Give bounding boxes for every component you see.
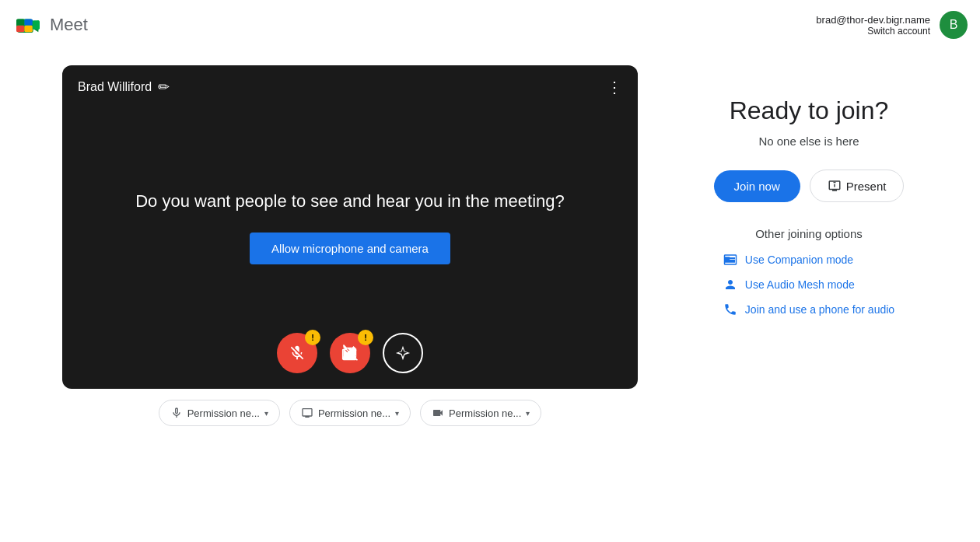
screen-permission-chevron: ▾ <box>395 409 399 418</box>
camera-off-icon <box>341 344 359 362</box>
audio-mesh-label: Use Audio Mesh mode <box>745 278 855 291</box>
avatar[interactable]: B <box>940 11 968 39</box>
camera-permission-icon <box>432 407 444 419</box>
svg-rect-2 <box>24 19 32 26</box>
video-center: Do you want people to see and hear you i… <box>120 190 580 264</box>
allow-microphone-camera-button[interactable]: Allow microphone and camera <box>250 233 450 264</box>
mic-off-icon <box>289 344 306 362</box>
mute-mic-button[interactable]: ! <box>277 333 317 373</box>
switch-account-link[interactable]: Switch account <box>816 26 930 37</box>
video-user-name-area: Brad Williford ✏ <box>78 79 170 96</box>
logo-area: Meet <box>12 9 88 40</box>
svg-rect-5 <box>33 20 40 30</box>
present-button[interactable]: Present <box>810 170 905 202</box>
camera-permission-chevron: ▾ <box>526 409 530 418</box>
phone-audio-label: Join and use a phone for audio <box>745 303 894 316</box>
phone-audio-icon <box>723 302 737 316</box>
permission-toolbar: Permission ne... ▾ Permission ne... ▾ Pe… <box>159 400 542 426</box>
mic-permission-button[interactable]: Permission ne... ▾ <box>159 400 280 426</box>
other-options-title: Other joining options <box>755 227 863 240</box>
camera-permission-button[interactable]: Permission ne... ▾ <box>420 400 541 426</box>
mic-permission-label: Permission ne... <box>187 407 260 419</box>
camera-permission-label: Permission ne... <box>449 407 521 419</box>
effects-button[interactable] <box>383 333 423 373</box>
app-header: Meet brad@thor-dev.bigr.name Switch acco… <box>0 0 980 50</box>
edit-name-icon[interactable]: ✏ <box>158 79 170 96</box>
present-label: Present <box>846 180 887 193</box>
video-header: Brad Williford ✏ ⋮ <box>62 65 638 109</box>
account-area: brad@thor-dev.bigr.name Switch account B <box>816 11 968 39</box>
app-name: Meet <box>50 15 88 35</box>
ready-to-join-title: Ready to join? <box>730 96 889 125</box>
join-options: Join now Present <box>714 170 905 202</box>
video-question-text: Do you want people to see and hear you i… <box>120 190 580 214</box>
sparkle-icon <box>394 344 411 362</box>
account-email: brad@thor-dev.bigr.name <box>816 14 930 26</box>
mic-permission-chevron: ▾ <box>264 409 268 418</box>
companion-mode-label: Use Companion mode <box>745 254 853 266</box>
camera-warning-badge: ! <box>358 330 373 345</box>
no-one-text: No one else is here <box>758 135 859 148</box>
main-content: Brad Williford ✏ ⋮ Do you want people to… <box>0 50 980 442</box>
screen-permission-label: Permission ne... <box>318 407 390 419</box>
phone-audio-option[interactable]: Join and use a phone for audio <box>723 302 894 316</box>
svg-rect-1 <box>16 19 24 26</box>
video-controls: ! ! <box>62 333 638 373</box>
join-now-button[interactable]: Join now <box>714 170 800 202</box>
account-info: brad@thor-dev.bigr.name Switch account <box>816 14 930 37</box>
screen-permission-icon <box>301 407 313 419</box>
svg-rect-4 <box>24 26 32 32</box>
video-more-menu-icon[interactable]: ⋮ <box>607 78 622 96</box>
audio-mesh-option[interactable]: Use Audio Mesh mode <box>723 278 855 292</box>
other-options-list: Use Companion mode Use Audio Mesh mode J… <box>723 253 894 316</box>
video-user-name: Brad Williford <box>78 80 152 94</box>
svg-rect-3 <box>16 26 24 32</box>
video-section: Brad Williford ✏ ⋮ Do you want people to… <box>62 65 638 426</box>
present-icon <box>828 179 842 193</box>
mic-warning-badge: ! <box>305 330 320 345</box>
screen-permission-button[interactable]: Permission ne... ▾ <box>289 400 411 426</box>
meet-logo-icon <box>12 9 44 40</box>
video-preview: Brad Williford ✏ ⋮ Do you want people to… <box>62 65 638 389</box>
companion-mode-icon <box>723 253 737 267</box>
mute-camera-button[interactable]: ! <box>330 333 370 373</box>
companion-mode-option[interactable]: Use Companion mode <box>723 253 853 267</box>
mic-permission-icon <box>170 407 183 419</box>
audio-mesh-icon <box>723 278 737 292</box>
right-panel: Ready to join? No one else is here Join … <box>700 65 918 316</box>
